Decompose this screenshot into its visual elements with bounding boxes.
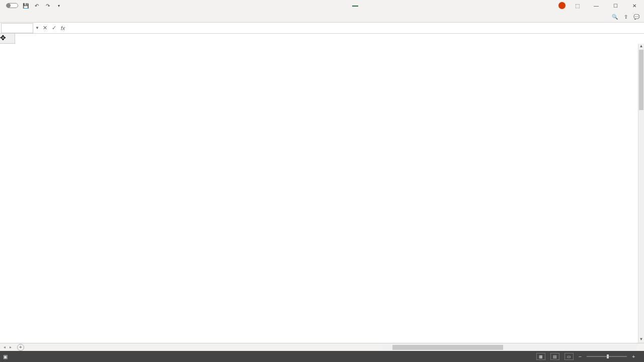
vertical-scrollbar[interactable]: ▲ ▼: [638, 44, 644, 343]
accept-formula-icon[interactable]: ✓: [49, 25, 58, 31]
record-macro-icon[interactable]: ▣: [3, 354, 8, 359]
view-pagelayout-icon[interactable]: ▤: [550, 353, 559, 360]
hscroll-thumb[interactable]: [392, 345, 503, 350]
minimize-button[interactable]: —: [589, 1, 604, 11]
search-box[interactable]: 🔍: [612, 14, 620, 20]
undo-icon[interactable]: ↶: [33, 2, 40, 9]
zoom-out-button[interactable]: −: [579, 354, 582, 359]
view-normal-icon[interactable]: ▦: [536, 353, 545, 360]
ribbon-tabs: 🔍 ⇪ 💬: [0, 11, 644, 23]
scroll-down-icon[interactable]: ▼: [638, 337, 644, 343]
user-avatar[interactable]: [558, 2, 566, 9]
maximize-button[interactable]: ☐: [608, 1, 623, 11]
close-button[interactable]: ✕: [627, 1, 642, 11]
cells-area[interactable]: [15, 44, 638, 343]
redo-icon[interactable]: ↷: [44, 2, 51, 9]
vscroll-thumb[interactable]: [639, 50, 643, 110]
sheet-next-icon[interactable]: ▸: [8, 345, 13, 349]
spreadsheet-grid[interactable]: ▲ ▼ ✥: [0, 34, 644, 343]
add-sheet-button[interactable]: +: [17, 344, 24, 351]
column-headers: [15, 34, 638, 44]
autosave-toggle[interactable]: [4, 3, 18, 8]
comment-icon: 💬: [633, 14, 639, 20]
sheet-tab-bar: ◂ ▸ +: [0, 343, 644, 351]
fx-icon[interactable]: fx: [58, 25, 67, 31]
view-pagebreak-icon[interactable]: ▭: [565, 353, 574, 360]
status-bar: ▣ ▦ ▤ ▭ − +: [0, 351, 644, 362]
sheet-nav[interactable]: ◂ ▸: [0, 345, 15, 349]
save-icon[interactable]: 💾: [22, 2, 29, 9]
search-icon: 🔍: [612, 14, 618, 20]
name-box[interactable]: [1, 23, 33, 33]
title-bar: 💾 ↶ ↷ ▾ ⬚ — ☐ ✕: [0, 0, 644, 11]
ribbon-display-icon[interactable]: ⬚: [570, 1, 585, 11]
sheet-prev-icon[interactable]: ◂: [2, 345, 7, 349]
horizontal-scrollbar[interactable]: [382, 344, 637, 350]
share-button[interactable]: ⇪: [624, 14, 629, 20]
formula-bar: ▼ ✕ ✓ fx: [0, 23, 644, 34]
zoom-slider[interactable]: [587, 356, 627, 357]
qat-customize-icon[interactable]: ▾: [55, 2, 62, 9]
share-icon: ⇪: [624, 14, 628, 20]
zoom-knob[interactable]: [607, 354, 609, 358]
comments-button[interactable]: 💬: [633, 14, 641, 20]
zoom-in-button[interactable]: +: [632, 354, 635, 359]
namebox-dropdown-icon[interactable]: ▼: [34, 26, 40, 30]
autosave-switch[interactable]: [6, 3, 18, 8]
select-all-corner[interactable]: [0, 34, 15, 44]
row-headers: [0, 44, 15, 343]
contextual-tab-tabletools[interactable]: [352, 5, 358, 7]
cancel-formula-icon[interactable]: ✕: [40, 25, 49, 31]
scroll-up-icon[interactable]: ▲: [638, 44, 644, 50]
